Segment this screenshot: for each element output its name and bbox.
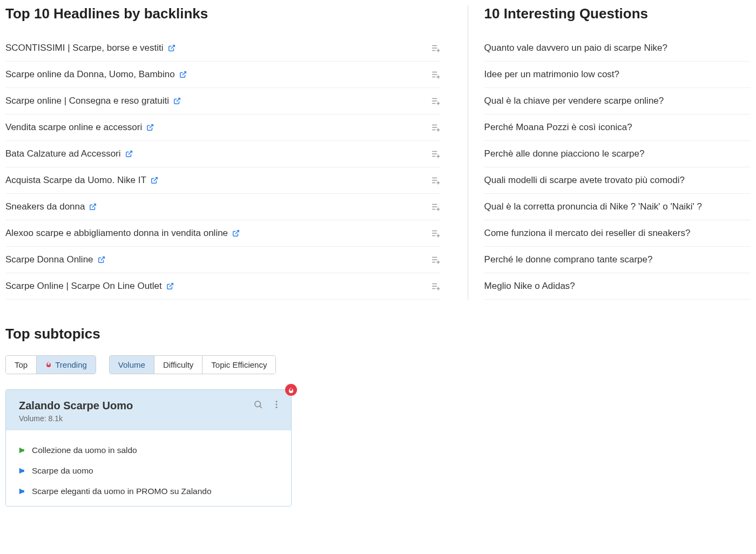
svg-point-64 — [276, 407, 278, 408]
more-icon[interactable] — [272, 400, 281, 411]
headline-row: Acquista Scarpe da Uomo. Nike IT — [5, 167, 441, 194]
subtopic-card-wrap: Zalando Scarpe Uomo Volume: 8.1k Collezi… — [5, 389, 292, 506]
headline-row: Alexoo scarpe e abbigliamento donna in v… — [5, 220, 441, 247]
headline-text[interactable]: Acquista Scarpe da Uomo. Nike IT — [5, 175, 146, 186]
headline-row: SCONTISSIMI | Scarpe, borse e vestiti — [5, 35, 441, 62]
svg-line-24 — [128, 151, 131, 154]
headline-row: Scarpe online | Consegna e reso gratuiti — [5, 88, 441, 114]
tab-efficiency[interactable]: Topic Efficiency — [202, 356, 275, 374]
svg-line-61 — [260, 406, 261, 408]
headline-row: Vendita scarpe online e accessori — [5, 114, 441, 141]
question-row[interactable]: Perchè alle donne piacciono le scarpe? — [484, 141, 751, 167]
megaphone-icon — [16, 487, 25, 496]
card-item-text: Scarpe eleganti da uomo in PROMO su Zala… — [32, 487, 212, 496]
svg-line-12 — [177, 98, 180, 102]
tab-trending-label: Trending — [55, 360, 87, 369]
subtopics-title: Top subtopics — [5, 326, 751, 342]
svg-line-36 — [92, 204, 96, 207]
add-to-list-icon[interactable] — [431, 123, 441, 132]
external-link-icon[interactable] — [166, 282, 174, 290]
question-row[interactable]: Come funziona il mercato dei reseller di… — [484, 220, 751, 247]
svg-line-6 — [183, 72, 186, 75]
add-to-list-icon[interactable] — [431, 43, 441, 53]
headlines-title: Top 10 Headlines by backlinks — [5, 5, 441, 22]
question-row[interactable]: Perché le donne comprano tante scarpe? — [484, 247, 751, 273]
svg-point-62 — [276, 401, 278, 402]
svg-line-30 — [154, 178, 157, 181]
subtopic-card: Zalando Scarpe Uomo Volume: 8.1k Collezi… — [5, 389, 292, 506]
headline-text[interactable]: Scarpe Online | Scarpe On Line Outlet — [5, 281, 162, 292]
headlines-panel: Top 10 Headlines by backlinks SCONTISSIM… — [5, 5, 451, 300]
megaphone-icon — [16, 466, 25, 476]
headline-text[interactable]: Scarpe online da Donna, Uomo, Bambino — [5, 69, 175, 80]
card-item-text: Scarpe da uomo — [32, 466, 93, 476]
svg-line-54 — [170, 283, 173, 287]
tab-difficulty[interactable]: Difficulty — [154, 356, 202, 374]
add-to-list-icon[interactable] — [431, 175, 441, 185]
card-volume-value: 8.1k — [48, 414, 62, 423]
external-link-icon[interactable] — [125, 150, 133, 158]
subtopics-section: Top subtopics Top Trending Volume Diffic… — [5, 326, 751, 506]
headline-text[interactable]: Sneakers da donna — [5, 201, 85, 212]
external-link-icon[interactable] — [146, 124, 154, 131]
add-to-list-icon[interactable] — [431, 70, 441, 79]
question-row[interactable]: Qual è la corretta pronuncia di Nike ? '… — [484, 194, 751, 220]
tab-trending[interactable]: Trending — [37, 356, 96, 374]
search-icon[interactable] — [253, 400, 263, 411]
headline-text[interactable]: SCONTISSIMI | Scarpe, borse e vestiti — [5, 43, 164, 53]
add-to-list-icon[interactable] — [431, 96, 441, 106]
headline-text[interactable]: Vendita scarpe online e accessori — [5, 122, 142, 133]
card-item-text: Collezione da uomo in saldo — [32, 445, 137, 455]
headline-row: Scarpe online da Donna, Uomo, Bambino — [5, 62, 441, 88]
question-row[interactable]: Qual è la chiave per vendere scarpe onli… — [484, 88, 751, 114]
add-to-list-icon[interactable] — [431, 149, 441, 159]
add-to-list-icon[interactable] — [431, 228, 441, 238]
flame-icon — [45, 360, 52, 369]
tab-volume[interactable]: Volume — [110, 356, 154, 374]
svg-point-60 — [255, 401, 261, 407]
headline-text[interactable]: Scarpe Donna Online — [5, 254, 93, 265]
external-link-icon[interactable] — [89, 203, 97, 211]
headline-row: Sneakers da donna — [5, 194, 441, 220]
question-row[interactable]: Quanto vale davvero un paio di scarpe Ni… — [484, 35, 751, 62]
add-to-list-icon[interactable] — [431, 281, 441, 291]
trending-badge-icon — [285, 384, 297, 396]
external-link-icon[interactable] — [151, 177, 158, 184]
question-row[interactable]: Perché Moana Pozzi è così iconica? — [484, 114, 751, 141]
add-to-list-icon[interactable] — [431, 202, 441, 212]
external-link-icon[interactable] — [179, 71, 187, 78]
card-item[interactable]: Collezione da uomo in saldo — [16, 440, 281, 461]
question-row[interactable]: Idee per un matrimonio low cost? — [484, 62, 751, 88]
svg-line-42 — [235, 231, 239, 234]
headline-row: Scarpe Online | Scarpe On Line Outlet — [5, 273, 441, 300]
svg-line-0 — [171, 45, 174, 49]
headline-row: Scarpe Donna Online — [5, 247, 441, 273]
card-item[interactable]: Scarpe da uomo — [16, 461, 281, 481]
metric-tabs: Volume Difficulty Topic Efficiency — [109, 355, 276, 374]
headline-text[interactable]: Scarpe online | Consegna e reso gratuiti — [5, 96, 169, 106]
svg-point-63 — [276, 404, 278, 406]
card-item[interactable]: Scarpe eleganti da uomo in PROMO su Zala… — [16, 481, 281, 502]
headline-text[interactable]: Bata Calzature ad Accessori — [5, 148, 121, 159]
card-volume-label: Volume: — [19, 414, 46, 423]
tab-top[interactable]: Top — [6, 356, 37, 374]
svg-line-48 — [100, 257, 104, 260]
sort-tabs: Top Trending — [5, 355, 96, 374]
external-link-icon[interactable] — [232, 229, 240, 237]
external-link-icon[interactable] — [168, 44, 176, 52]
questions-title: 10 Interesting Questions — [484, 5, 751, 22]
headline-row: Bata Calzature ad Accessori — [5, 141, 441, 167]
external-link-icon[interactable] — [173, 97, 181, 105]
megaphone-icon — [16, 445, 25, 455]
svg-line-18 — [150, 125, 153, 128]
external-link-icon[interactable] — [98, 256, 105, 264]
question-row[interactable]: Quali modelli di scarpe avete trovato pi… — [484, 167, 751, 194]
question-row[interactable]: Meglio Nike o Adidas? — [484, 273, 751, 300]
add-to-list-icon[interactable] — [431, 255, 441, 265]
headline-text[interactable]: Alexoo scarpe e abbigliamento donna in v… — [5, 228, 228, 239]
questions-panel: 10 Interesting Questions Quanto vale dav… — [468, 5, 751, 300]
card-title: Zalando Scarpe Uomo — [19, 400, 133, 412]
